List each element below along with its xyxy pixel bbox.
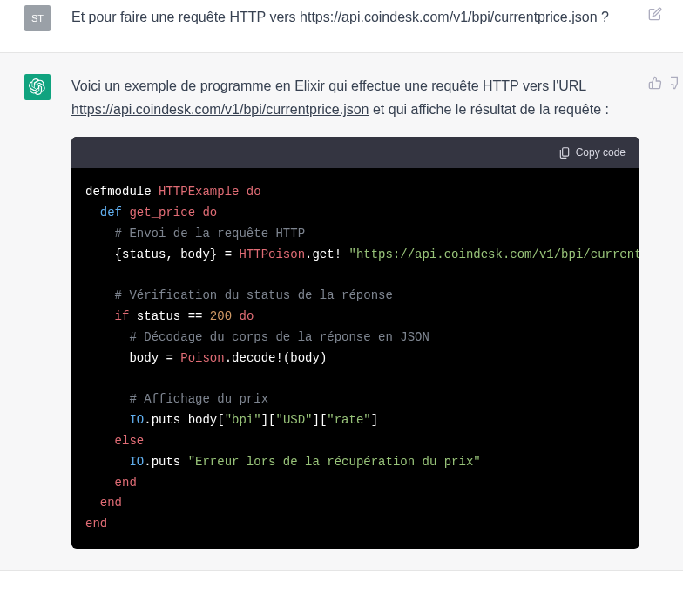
tok-module-name: HTTPExample	[159, 185, 239, 199]
user-avatar-col: ST	[24, 5, 51, 31]
copy-code-label: Copy code	[576, 144, 626, 161]
tok-key-usd: "USD"	[275, 413, 312, 427]
tok-tuple-assign: {status, body} =	[115, 247, 232, 261]
code-block: Copy code defmodule HTTPExample do def g…	[71, 137, 639, 549]
assistant-intro-link[interactable]: https://api.coindesk.com/v1/bpi/currentp…	[71, 102, 369, 117]
tok-puts-2: .puts	[144, 455, 180, 469]
thumbs-down-button-partial[interactable]	[671, 74, 678, 91]
tok-br-1: ][	[261, 413, 276, 427]
tok-def: def	[100, 206, 122, 220]
tok-fn-name: get_price	[129, 206, 195, 220]
tok-do-1: do	[247, 185, 261, 199]
user-message-content: Et pour faire une requête HTTP vers http…	[71, 5, 683, 31]
tok-do-3: do	[239, 309, 254, 323]
tok-key-rate: "rate"	[327, 413, 370, 427]
assistant-message-content: Voici un exemple de programme en Elixir …	[71, 74, 683, 549]
tok-key-bpi: "bpi"	[225, 413, 261, 427]
user-avatar: ST	[24, 5, 51, 31]
user-avatar-initials: ST	[31, 13, 44, 24]
tok-comment-3: # Décodage du corps de la réponse en JSO…	[129, 330, 429, 344]
clipboard-icon	[558, 146, 571, 159]
code-block-header: Copy code	[71, 137, 639, 168]
tok-else: else	[115, 434, 145, 448]
tok-comment-4: # Affichage du prix	[129, 392, 268, 406]
tok-io-1: IO	[129, 413, 144, 427]
thumbs-down-icon	[671, 76, 678, 90]
openai-logo-icon	[28, 78, 47, 97]
user-overflow-partial	[671, 5, 678, 23]
assistant-message-row: Voici un exemple de programme en Elixir …	[0, 52, 683, 571]
thumbs-up-button[interactable]	[646, 74, 664, 91]
tok-br-3: ]	[371, 413, 378, 427]
tok-decode-call: .decode!(body)	[225, 351, 328, 365]
code-body[interactable]: defmodule HTTPExample do def get_price d…	[71, 168, 639, 549]
tok-url-string: "https://api.coindesk.com/v1/bpi/current…	[348, 247, 639, 261]
tok-httpoison: HTTPoison	[239, 247, 305, 261]
tok-end-1: end	[115, 476, 137, 490]
user-message-text: Et pour faire une requête HTTP vers http…	[71, 10, 609, 24]
assistant-message-actions	[646, 74, 678, 91]
tok-200: 200	[210, 309, 232, 323]
tok-do-2: do	[202, 206, 217, 220]
edit-icon	[648, 7, 662, 21]
svg-rect-0	[562, 148, 568, 156]
tok-defmodule: defmodule	[85, 185, 152, 199]
user-message-actions	[646, 5, 678, 23]
tok-poison: Poison	[180, 351, 224, 365]
assistant-avatar	[24, 74, 51, 100]
copy-code-button[interactable]: Copy code	[558, 144, 626, 161]
tok-br-2: ][	[313, 413, 328, 427]
tok-error-string: "Erreur lors de la récupération du prix"	[188, 455, 481, 469]
tok-puts-1: .puts body[	[144, 413, 224, 427]
edit-button[interactable]	[646, 5, 664, 23]
tok-get-call: .get!	[305, 247, 342, 261]
assistant-intro-pre: Voici un exemple de programme en Elixir …	[71, 78, 586, 93]
assistant-intro-paragraph: Voici un exemple de programme en Elixir …	[71, 74, 683, 121]
tok-body-assign: body =	[129, 351, 172, 365]
tok-if: if	[115, 309, 130, 323]
tok-end-2: end	[100, 496, 122, 510]
tok-comment-2: # Vérification du status de la réponse	[115, 288, 393, 302]
assistant-avatar-col	[24, 74, 51, 549]
tok-end-3: end	[85, 517, 107, 531]
thumbs-up-icon	[648, 76, 662, 90]
tok-cond: status ==	[137, 309, 203, 323]
tok-comment-1: # Envoi de la requête HTTP	[115, 227, 305, 240]
assistant-intro-post: et qui affiche le résultat de la requête…	[369, 102, 609, 117]
user-message-row: ST Et pour faire une requête HTTP vers h…	[0, 0, 683, 52]
tok-io-2: IO	[129, 455, 144, 469]
